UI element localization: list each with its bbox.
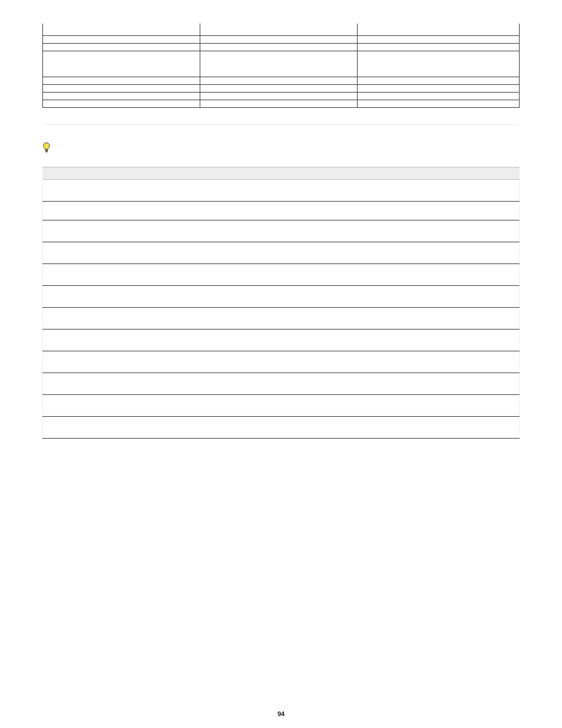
cell [43, 24, 200, 35]
cell [357, 351, 519, 373]
top-table [42, 24, 520, 108]
cell [43, 220, 200, 242]
cell [200, 263, 357, 285]
cell [200, 24, 357, 35]
svg-rect-0 [45, 149, 48, 150]
cell [357, 43, 519, 51]
table-header-row [43, 167, 520, 179]
cell [357, 307, 519, 329]
table-row [43, 242, 520, 263]
table-row [43, 416, 520, 438]
cell [43, 35, 200, 43]
table-row [43, 84, 520, 92]
table-row [43, 263, 520, 285]
cell [43, 263, 200, 285]
cell [43, 242, 200, 263]
table-row [43, 100, 520, 107]
cell [200, 100, 357, 107]
cell [43, 394, 200, 416]
cell [200, 242, 357, 263]
cell [357, 84, 519, 92]
cell [200, 92, 357, 100]
cell [43, 329, 200, 351]
table-row [43, 24, 520, 35]
cell [200, 416, 357, 438]
cell [357, 329, 519, 351]
table-row [43, 307, 520, 329]
column-header [200, 167, 357, 179]
cell [357, 373, 519, 394]
cell [43, 84, 200, 92]
table-row [43, 329, 520, 351]
table-row [43, 43, 520, 51]
cell [357, 35, 519, 43]
table-row [43, 351, 520, 373]
cell [357, 220, 519, 242]
table-row [43, 51, 520, 77]
cell [357, 285, 519, 307]
svg-rect-1 [45, 150, 48, 151]
cell [200, 285, 357, 307]
cell [200, 394, 357, 416]
table-row [43, 373, 520, 394]
cell [357, 263, 519, 285]
cell [43, 92, 200, 100]
cell [357, 92, 519, 100]
cell [200, 201, 357, 220]
column-header [43, 167, 200, 179]
column-header [357, 167, 519, 179]
document-page: 94 [0, 0, 562, 728]
svg-rect-2 [46, 151, 48, 151]
cell [200, 179, 357, 201]
cell [43, 285, 200, 307]
cell [43, 351, 200, 373]
cell [200, 373, 357, 394]
cell [200, 35, 357, 43]
cell [200, 220, 357, 242]
cell [200, 329, 357, 351]
table-row [43, 77, 520, 84]
table-row [43, 220, 520, 242]
table-row [43, 92, 520, 100]
cell [357, 179, 519, 201]
table-row [43, 179, 520, 201]
cell [357, 394, 519, 416]
cell [200, 307, 357, 329]
page-number: 94 [0, 710, 562, 717]
cell [43, 43, 200, 51]
cell [43, 201, 200, 220]
cell [357, 100, 519, 107]
lightbulb-icon [42, 142, 51, 155]
cell [357, 242, 519, 263]
table-row [43, 201, 520, 220]
cell [43, 179, 200, 201]
cell [357, 51, 519, 77]
table-row [43, 35, 520, 43]
cell [200, 77, 357, 84]
cell [43, 307, 200, 329]
cell [43, 373, 200, 394]
cell [200, 43, 357, 51]
table-row [43, 394, 520, 416]
cell [200, 351, 357, 373]
cell [43, 51, 200, 77]
cell [357, 24, 519, 35]
cell [357, 201, 519, 220]
cell [43, 416, 200, 438]
cell [200, 84, 357, 92]
cell [357, 416, 519, 438]
cell [43, 77, 200, 84]
cell [357, 77, 519, 84]
section-divider [42, 124, 520, 125]
cell [43, 100, 200, 107]
cell [200, 51, 357, 77]
main-table [42, 167, 520, 439]
table-row [43, 285, 520, 307]
tip-callout [42, 141, 520, 155]
